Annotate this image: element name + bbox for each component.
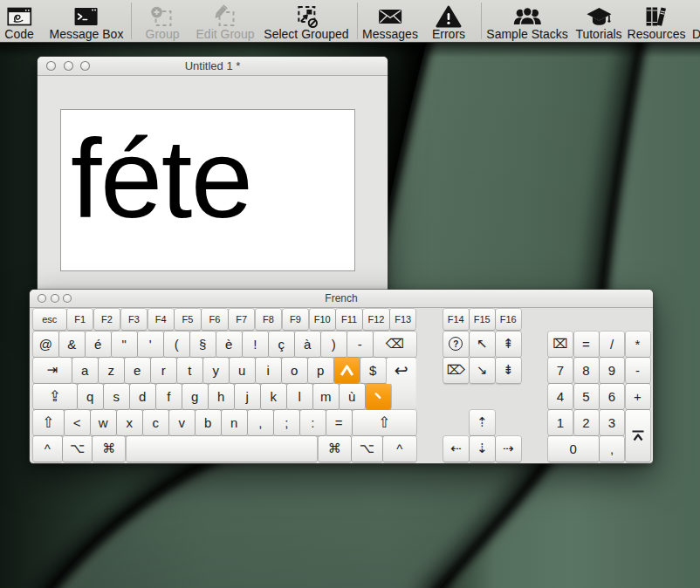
key-blank[interactable]: ' (138, 332, 163, 357)
key-x[interactable]: x (117, 410, 142, 435)
key-arrow-left[interactable]: ⇠ (443, 436, 469, 462)
key-f15[interactable]: F15 (470, 309, 495, 330)
key-1[interactable]: 1 (548, 410, 573, 435)
key-f6[interactable]: F6 (202, 309, 227, 330)
key-blank[interactable]: é (86, 332, 111, 357)
key-blank[interactable]: < (65, 410, 90, 435)
key-command-left[interactable]: ⌘ (93, 436, 125, 462)
key-esc[interactable]: esc (33, 309, 66, 330)
key-f11[interactable]: F11 (336, 309, 361, 330)
key-return[interactable]: ↩ (387, 358, 416, 409)
toolbar-button-message-box[interactable]: Message Box (50, 0, 124, 42)
key-numpad-0[interactable]: 0 (548, 436, 599, 462)
key-blank[interactable]: ç (269, 332, 294, 357)
key-blank[interactable]: * (626, 332, 650, 357)
toolbar-button-dictionary[interactable]: Dictionary (692, 0, 700, 42)
close-button[interactable] (38, 294, 46, 303)
key-f9[interactable]: F9 (283, 309, 308, 330)
key-f7[interactable]: F7 (229, 309, 254, 330)
key-page-down[interactable]: ⇟ (496, 358, 521, 383)
key-f2[interactable]: F2 (94, 309, 120, 330)
key-blank[interactable]: + (626, 384, 650, 409)
key-blank[interactable]: à (295, 332, 320, 357)
key-blank[interactable]: = (574, 332, 599, 357)
key-option-right[interactable]: ⌥ (352, 436, 382, 462)
key-o[interactable]: o (282, 358, 307, 383)
toolbar-button-select-grouped[interactable]: Select Grouped (264, 0, 348, 42)
key-f8[interactable]: F8 (256, 309, 281, 330)
key-7[interactable]: 7 (548, 358, 573, 383)
key-v[interactable]: v (169, 410, 195, 435)
key-9[interactable]: 9 (600, 358, 624, 383)
toolbar-button-sample-stacks[interactable]: Sample Stacks (486, 0, 567, 42)
key-5[interactable]: 5 (574, 384, 599, 409)
key-circumflex[interactable] (334, 358, 360, 383)
key-blank[interactable]: ù (340, 384, 365, 409)
key-f13[interactable]: F13 (390, 309, 415, 330)
key-shift-left[interactable]: ⇧ (33, 410, 64, 435)
key-blank[interactable]: / (600, 332, 624, 357)
toolbar-button-edit-group[interactable]: Edit Group (196, 0, 255, 42)
zoom-button[interactable] (80, 61, 90, 71)
key-y[interactable]: y (203, 358, 229, 383)
key-end[interactable]: ↘ (470, 358, 495, 383)
toolbar-button-code[interactable]: Code (4, 0, 33, 42)
minimize-button[interactable] (64, 61, 73, 71)
key-d[interactable]: d (130, 384, 155, 409)
key-a[interactable]: a (72, 358, 98, 383)
key-blank[interactable]: , (600, 436, 624, 462)
key-arrow-up[interactable]: ⇡ (470, 410, 495, 435)
key-forward-delete[interactable]: ⌦ (443, 358, 469, 383)
key-blank[interactable]: ; (274, 410, 299, 435)
untitled-titlebar[interactable]: Untitled 1 * (38, 57, 388, 76)
key-h[interactable]: h (209, 384, 234, 409)
key-control-right[interactable]: ^ (383, 436, 416, 462)
keyboard-titlebar[interactable]: French (30, 290, 653, 308)
close-button[interactable] (46, 61, 56, 71)
key-blank[interactable]: - (347, 332, 373, 357)
key-blank[interactable]: @ (33, 332, 58, 357)
key-f10[interactable]: F10 (310, 309, 335, 330)
key-blank[interactable]: ) (321, 332, 347, 357)
key-n[interactable]: n (222, 410, 247, 435)
minimize-button[interactable] (51, 294, 59, 303)
key-f3[interactable]: F3 (121, 309, 147, 330)
key-e[interactable]: e (125, 358, 150, 383)
key-f1[interactable]: F1 (67, 309, 93, 330)
key-blank[interactable]: : (300, 410, 326, 435)
key-page-up[interactable]: ⇞ (496, 332, 521, 357)
key-option-left[interactable]: ⌥ (63, 436, 92, 462)
stack-canvas[interactable]: féte (60, 109, 355, 271)
key-k[interactable]: k (261, 384, 286, 409)
key-6[interactable]: 6 (600, 384, 624, 409)
key-8[interactable]: 8 (574, 358, 599, 383)
key-f16[interactable]: F16 (496, 309, 521, 330)
key-arrow-down[interactable]: ⇣ (470, 436, 495, 462)
key-m[interactable]: m (313, 384, 339, 409)
key-shift-right[interactable]: ⇧ (353, 410, 416, 435)
toolbar-button-resources[interactable]: Resources (628, 0, 686, 42)
key-blank[interactable]: $ (360, 358, 386, 383)
key-f4[interactable]: F4 (148, 309, 174, 330)
key-command-right[interactable]: ⌘ (319, 436, 351, 462)
key-grave-accent[interactable] (366, 384, 391, 409)
key-arrow-right[interactable]: ⇢ (496, 436, 521, 462)
key-blank[interactable]: & (59, 332, 85, 357)
key-tab[interactable]: ⇥ (33, 358, 72, 383)
key-blank[interactable]: - (626, 358, 650, 383)
key-blank[interactable]: § (190, 332, 216, 357)
key-3[interactable]: 3 (600, 410, 624, 435)
key-numpad-clear[interactable]: ⌧ (548, 332, 573, 357)
key-blank[interactable]: ! (243, 332, 268, 357)
key-g[interactable]: g (182, 384, 208, 409)
key-4[interactable]: 4 (548, 384, 573, 409)
key-delete[interactable]: ⌫ (374, 332, 416, 357)
key-f14[interactable]: F14 (443, 309, 469, 330)
key-l[interactable]: l (287, 384, 312, 409)
key-z[interactable]: z (99, 358, 124, 383)
key-home[interactable]: ↖ (470, 332, 495, 357)
key-blank[interactable]: ( (164, 332, 189, 357)
key-2[interactable]: 2 (574, 410, 599, 435)
key-blank[interactable]: = (326, 410, 352, 435)
toolbar-button-messages[interactable]: Messages (362, 0, 418, 42)
